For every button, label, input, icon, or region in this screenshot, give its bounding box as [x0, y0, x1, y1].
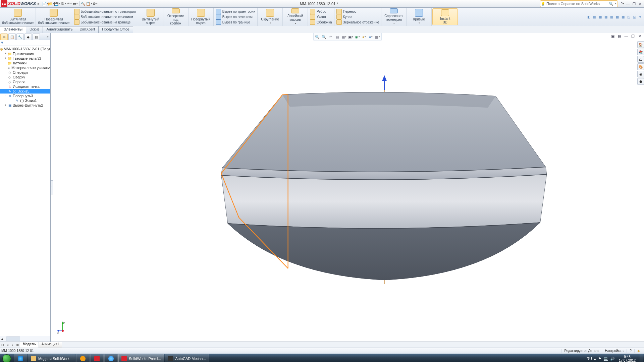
help-search-input[interactable]: [546, 1, 607, 6]
tray-up-icon[interactable]: ▴: [594, 357, 596, 361]
appearance-icon[interactable]: ●▾: [361, 34, 367, 40]
panel-tab-feature-tree[interactable]: 🗂: [0, 34, 8, 40]
mdi-close-icon[interactable]: ✕: [637, 33, 643, 39]
draft-button[interactable]: Уклон: [310, 14, 326, 19]
tab-nav-last[interactable]: ⏭: [15, 342, 20, 348]
tab-nav-prev[interactable]: ◂: [5, 342, 10, 348]
tab-evaluate[interactable]: Анализировать: [43, 26, 76, 33]
mdi-min-icon[interactable]: —: [623, 33, 629, 39]
taskpane-custom-icon[interactable]: ⬢: [637, 78, 644, 85]
tree-plane-front[interactable]: ◇Спереди: [0, 70, 50, 75]
print-button[interactable]: 🖶▾: [61, 1, 66, 6]
options-button[interactable]: ⚙▾: [93, 1, 98, 6]
tray-flag-icon[interactable]: ⚑: [598, 357, 601, 361]
boundary-boss-button[interactable]: Бобышка/основание на границе: [74, 19, 131, 25]
lofted-boss-button[interactable]: Бобышка/основание по сечениям: [74, 14, 133, 19]
extruded-boss-button[interactable]: Вытянутаябобышка/основание: [0, 8, 36, 26]
bottom-tab-model[interactable]: Модель: [20, 342, 39, 348]
lofted-cut-button[interactable]: Вырез по сечениям: [216, 14, 253, 19]
view-normal-icon[interactable]: ◲: [632, 14, 637, 19]
tray-network-icon[interactable]: 💻: [603, 357, 608, 361]
tray-clock[interactable]: 9:4817.07.2012: [617, 355, 638, 362]
rebuild-button[interactable]: 🔨: [80, 1, 86, 6]
tree-sensors[interactable]: 📁Датчики: [0, 61, 50, 65]
tree-cut-extrude2[interactable]: +▣Вырез-Вытянуть2: [0, 103, 50, 108]
panel-tab-property[interactable]: 📋: [8, 34, 16, 40]
view-front-icon[interactable]: ▦: [592, 14, 597, 19]
linear-pattern-button[interactable]: Линейныймассив▾: [283, 8, 308, 26]
taskbar-autocad[interactable]: AutoCAD Mecha...: [165, 354, 209, 362]
menu-arrow[interactable]: ▶: [37, 2, 41, 5]
taskbar-app[interactable]: [104, 354, 118, 362]
view-top-icon[interactable]: ▦: [614, 14, 620, 19]
search-icon[interactable]: 🔍: [607, 2, 615, 6]
shell-button[interactable]: Оболочка: [310, 19, 332, 25]
view-right-icon[interactable]: ▦: [609, 14, 614, 19]
taskpane-explorer-icon[interactable]: 🗂: [637, 56, 644, 63]
revolved-boss-button[interactable]: Повернутаябобышка/основание: [36, 8, 72, 26]
tab-nav-next[interactable]: ▸: [10, 342, 15, 348]
taskbar-sw-launcher[interactable]: [90, 354, 104, 362]
swept-boss-button[interactable]: Бобышка/основание по траектории: [74, 9, 136, 14]
panel-expand-icon[interactable]: »: [45, 34, 50, 40]
tray-lang[interactable]: RU: [587, 357, 592, 361]
tree-plane-top[interactable]: ◇Сверху: [0, 75, 50, 79]
minimize-button[interactable]: —: [625, 1, 631, 6]
tree-sketch5[interactable]: ✎(-) Эскиз5: [0, 89, 50, 94]
taskpane-resources-icon[interactable]: 🏠: [637, 41, 644, 48]
prev-view-icon[interactable]: ↶: [328, 34, 334, 40]
taskpane-palette-icon[interactable]: 🎨: [637, 63, 644, 70]
tab-sketch[interactable]: Эскиз: [26, 26, 43, 33]
close-button[interactable]: ✕: [637, 1, 643, 6]
rib-button[interactable]: Ребро: [310, 9, 326, 14]
dome-button[interactable]: Купол: [336, 14, 352, 19]
save-button[interactable]: 💾▾: [55, 1, 60, 6]
tab-dimxpert[interactable]: DimXpert: [76, 26, 99, 33]
status-help-icon[interactable]: ?: [627, 349, 634, 353]
zoom-area-icon[interactable]: 🔍: [321, 34, 327, 40]
new-button[interactable]: 📄▾: [43, 1, 48, 6]
fillet-button[interactable]: Скругление▾: [258, 8, 283, 26]
options-split-button[interactable]: 📋▾: [87, 1, 92, 6]
tree-filter-bar[interactable]: ▼: [0, 40, 50, 46]
select-button[interactable]: ▭▾: [73, 1, 78, 6]
tab-office[interactable]: Продукты Office: [98, 26, 133, 33]
hole-wizard-button[interactable]: Отверстиеподкрепеж: [163, 8, 189, 26]
revolved-cut-button[interactable]: Повернутыйвырез: [189, 8, 214, 26]
status-rebuild-icon[interactable]: ◆: [634, 349, 643, 353]
view-iso-icon[interactable]: ◳: [626, 14, 631, 19]
tray-sound-icon[interactable]: 🔊: [610, 357, 615, 361]
tree-annotations[interactable]: +📁Примечания: [0, 51, 50, 56]
undo-button[interactable]: ↶▾: [67, 1, 72, 6]
view-bottom-icon[interactable]: ▦: [620, 14, 626, 19]
help-search[interactable]: 💡 🔍 ▾: [540, 0, 618, 7]
hide-show-icon[interactable]: ◉▾: [355, 34, 361, 40]
panel-tab-dim[interactable]: ◆: [24, 34, 32, 40]
mdi-layout-icon[interactable]: ▣: [610, 33, 616, 39]
restore-button[interactable]: ❐: [631, 1, 637, 6]
feature-tree[interactable]: ◕ММ-1000-1580-12-01 (По умол +📁Примечани…: [0, 46, 50, 336]
tab-features[interactable]: Элементы: [0, 26, 26, 33]
tree-sketch1[interactable]: ✎(-) Эскиз1: [0, 98, 50, 103]
mirror-button[interactable]: Зеркальное отражение: [336, 19, 379, 25]
zoom-fit-icon[interactable]: 🔍: [314, 34, 320, 40]
scene-icon[interactable]: ●▾: [368, 34, 374, 40]
swept-cut-button[interactable]: Вырез по траектории: [216, 9, 255, 14]
mdi-restore-icon[interactable]: ❐: [630, 33, 636, 39]
start-button[interactable]: [0, 354, 13, 362]
tree-plane-right[interactable]: ◇Справа: [0, 79, 50, 84]
section-view-icon[interactable]: ▤: [334, 34, 340, 40]
tree-root[interactable]: ◕ММ-1000-1580-12-01 (По умол: [0, 47, 50, 51]
taskbar-mediaplayer[interactable]: [76, 354, 90, 362]
open-button[interactable]: 📂▾: [49, 1, 54, 6]
tree-revolve3[interactable]: −♻Повернуть3: [0, 94, 50, 98]
sidebar-collapse-handle[interactable]: ⋮: [51, 180, 53, 194]
mdi-split-icon[interactable]: ▤: [616, 33, 623, 39]
reference-geometry-button[interactable]: Справочнаягеометрия▾: [381, 8, 407, 26]
panel-tab-display[interactable]: ▤: [33, 34, 40, 40]
taskbar-solidworks[interactable]: SolidWorks Premi...: [118, 354, 164, 362]
view-back-icon[interactable]: ▦: [597, 14, 603, 19]
curves-button[interactable]: Кривые▾: [407, 8, 432, 26]
graphics-area[interactable]: ⋮ 🔍 🔍 ↶ ▤ ▦▾ ▣▾ ◉▾ ●▾ ●▾ ▥▾ ▣ ▤ — ❐ ✕ 🏠 …: [51, 33, 644, 342]
view-more-icon[interactable]: ▾: [637, 14, 643, 19]
